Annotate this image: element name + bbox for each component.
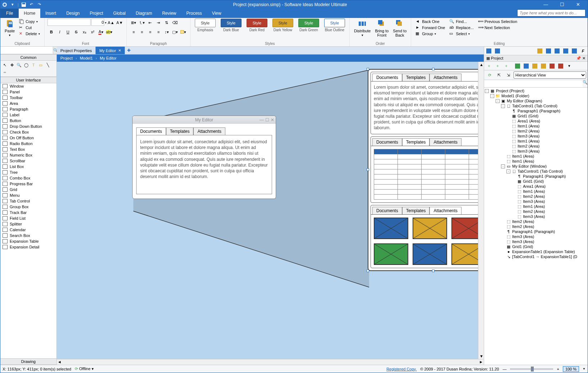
pt-5[interactable]	[548, 62, 556, 70]
panel-btn-5[interactable]	[553, 47, 561, 55]
tree-node[interactable]: ⬚Item2 (Area)	[485, 129, 587, 134]
cut-button[interactable]: ✂Cut	[18, 25, 41, 31]
toolbox-item-paragraph[interactable]: Paragraph	[0, 106, 56, 112]
tree-node[interactable]: -▣My Editor (Diagram)	[485, 98, 587, 103]
toolbox-item-field-list[interactable]: Field List	[0, 215, 56, 221]
replace-button[interactable]: abReplace...	[448, 25, 475, 31]
toolbox-item-grid[interactable]: Grid	[0, 187, 56, 192]
add-folder-icon[interactable]: ＋	[493, 62, 501, 70]
tree-node[interactable]: ⬚Item1 (Area)	[485, 204, 587, 209]
exp1-tab-templates[interactable]: Templates	[402, 74, 430, 81]
canvas[interactable]: My Editor —☐✕ Documents Templates Attach…	[57, 62, 484, 365]
send-to-back-button[interactable]: Send to Back	[391, 19, 408, 38]
save-icon[interactable]	[21, 2, 27, 8]
highlight-icon[interactable]: ab▾	[105, 28, 113, 36]
toolbox-group-ui[interactable]: User Interface	[0, 77, 56, 83]
move-tool-icon[interactable]: ✥	[9, 62, 15, 68]
mock-min-icon[interactable]: —	[259, 117, 264, 122]
tree-expander-icon[interactable]: -	[490, 94, 494, 98]
style-blue-outline[interactable]: Style	[324, 19, 345, 27]
connector-tool-icon[interactable]: ⎓	[1, 69, 8, 75]
toolbox-item-list-box[interactable]: List Box	[0, 164, 56, 169]
tree-node[interactable]: ¶Paragraph1 (Paragraph)	[485, 108, 587, 113]
toolbox-item-expansion-table[interactable]: Expansion Table	[0, 238, 56, 244]
doc-tab-project-properties[interactable]: Project Properties	[57, 47, 96, 54]
align-left-icon[interactable]: ≡	[130, 28, 138, 36]
font-family-combo[interactable]	[47, 19, 91, 26]
tree-node[interactable]: -▦Project (Project)	[485, 88, 587, 93]
bold-icon[interactable]: B	[47, 28, 55, 36]
toolbox-group-common[interactable]: Common	[0, 54, 56, 61]
ribbon-tab-view[interactable]: View	[207, 9, 226, 18]
toolbox-item-on-off-button[interactable]: On Off Button	[0, 135, 56, 141]
toolbox-item-expansion-detail[interactable]: Expansion Detail	[0, 244, 56, 250]
style-dark-yellow[interactable]: Style	[272, 19, 293, 27]
exp1-tab-attachments[interactable]: Attachments	[429, 74, 461, 81]
offline-indicator[interactable]: ⟳ Offline ▾	[75, 367, 94, 371]
bring-to-front-button[interactable]: Bring to Front	[373, 19, 390, 38]
find-button[interactable]: 🔍Find...	[448, 19, 475, 24]
tree-node[interactable]: ¶Paragraph1 (Paragraph)	[485, 229, 587, 234]
ribbon-tab-diagram[interactable]: Diagram	[131, 9, 157, 18]
clear-format-icon[interactable]: ⌫	[171, 19, 179, 27]
toolbox-item-text-box[interactable]: Text Box	[0, 146, 56, 152]
back-one-button[interactable]: ◄Back One	[414, 19, 446, 24]
toolbox-item-numeric-box[interactable]: Numeric Box	[0, 152, 56, 158]
tree-expander-icon[interactable]: -	[501, 164, 505, 168]
tree-node[interactable]: ⬚Item1 (Area)	[485, 139, 587, 144]
breadcrumb-item[interactable]: My Editor	[100, 56, 116, 60]
breadcrumb-item[interactable]: Project	[60, 56, 73, 60]
mock-close-icon[interactable]: ✕	[271, 117, 274, 122]
toolbox-item-progress-bar[interactable]: Progress Bar	[0, 181, 56, 187]
tree-node[interactable]: ⬚Item2 (Area)	[485, 194, 587, 199]
line-spacing-icon[interactable]: ↕▾	[163, 28, 171, 36]
pointer-tool-icon[interactable]: ↖	[1, 62, 8, 68]
tree-expander-icon[interactable]: -	[506, 169, 510, 173]
distribute-button[interactable]: Distribute▼	[353, 19, 372, 38]
tree-search-input[interactable]	[484, 80, 583, 87]
panel-close-icon[interactable]: ✕	[582, 56, 585, 60]
italic-icon[interactable]: I	[56, 28, 64, 36]
expand-icon[interactable]: ⇲	[504, 71, 512, 79]
tree-node[interactable]: ⬚Item2 (Area)	[485, 144, 587, 149]
attachment-thumb-2[interactable]	[413, 218, 447, 239]
toolbox-item-combo-box[interactable]: Combo Box	[0, 175, 56, 181]
pin-icon[interactable]: 📌	[576, 56, 581, 60]
tree-node[interactable]: ⬚Item1 (Area)	[485, 159, 587, 164]
grow-font-icon[interactable]: A▲	[107, 19, 115, 27]
tree-node[interactable]: ⬚Item3 (Area)	[485, 234, 587, 239]
panel-btn-1[interactable]	[485, 47, 493, 55]
ribbon-tab-home[interactable]: Home	[19, 9, 40, 18]
group-button[interactable]: ▦Group▾	[414, 31, 446, 37]
borders-icon[interactable]: ▢▾	[171, 28, 179, 36]
tree-node[interactable]: ●ExpansionTable1 (Expansion Table)	[485, 249, 587, 254]
tree-node[interactable]: -⎕TabControl1 (Tab Control)	[485, 169, 587, 174]
registered-link[interactable]: Registered Copy.	[386, 367, 417, 371]
panel-btn-2[interactable]	[493, 47, 501, 55]
tree-node[interactable]: -▭My Editor (Window)	[485, 164, 587, 169]
tree-node[interactable]: ▦Grid1 (Grid)	[485, 113, 587, 118]
font-color-icon[interactable]: A▾	[97, 28, 105, 36]
panel-btn-4[interactable]	[545, 47, 552, 55]
exp3-tab-templates[interactable]: Templates	[402, 207, 430, 214]
view-mode-select[interactable]: Hierarchical View	[514, 71, 586, 79]
tree-node[interactable]: ⬚Area1 (Area)	[485, 118, 587, 123]
justify-icon[interactable]: ≡	[155, 28, 162, 36]
toolbox-item-button[interactable]: Button	[0, 118, 56, 123]
toolbox-item-tab-control[interactable]: Tab Control	[0, 198, 56, 204]
zoom-slider[interactable]	[510, 368, 553, 370]
tree-expander-icon[interactable]: -	[501, 104, 505, 108]
mock-window[interactable]: My Editor —☐✕ Documents Templates Attach…	[132, 116, 276, 199]
tree-node[interactable]: ↘[TabControl1 → ExpansionTable1] (D	[485, 254, 587, 259]
zoom-tool-icon[interactable]: 🔍	[16, 62, 22, 68]
toolbox-item-label[interactable]: Label	[0, 112, 56, 118]
tree-node[interactable]: ⬚Item3 (Area)	[485, 214, 587, 219]
minimize-button[interactable]: —	[538, 0, 554, 9]
toolbox-item-area[interactable]: Area	[0, 101, 56, 106]
exp2-tab-attachments[interactable]: Attachments	[429, 138, 461, 146]
attachment-thumb-4[interactable]	[374, 243, 408, 265]
ribbon-tab-global[interactable]: Global	[108, 9, 131, 18]
ribbon-tab-project[interactable]: Project	[85, 9, 108, 18]
prev-selection-button[interactable]: ⟸Previous Selection	[477, 19, 519, 24]
toolbox-item-track-bar[interactable]: Track Bar	[0, 210, 56, 215]
